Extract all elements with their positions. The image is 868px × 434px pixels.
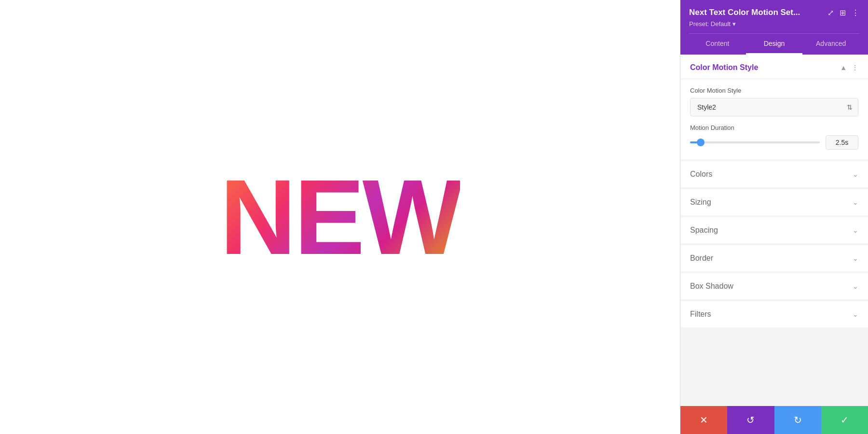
section-filters-header[interactable]: Filters ⌄: [680, 301, 868, 327]
panel-title: Next Text Color Motion Set...: [689, 8, 827, 17]
section-border: Border ⌄: [680, 245, 868, 271]
section-colors-header[interactable]: Colors ⌄: [680, 161, 868, 187]
duration-slider-thumb[interactable]: [697, 139, 705, 146]
colors-chevron-icon: ⌄: [853, 170, 858, 178]
section-border-header[interactable]: Border ⌄: [680, 245, 868, 271]
duration-slider-track: [690, 141, 820, 143]
panel-header-icons: ⤢ ⊞ ⋮: [827, 8, 859, 17]
spacing-chevron-icon: ⌄: [853, 226, 858, 234]
resize-icon[interactable]: ⤢: [827, 8, 834, 17]
panel-tabs: Content Design Advanced: [689, 33, 859, 55]
bottom-bar: ✕ ↺ ↻ ✓: [680, 406, 868, 434]
filters-chevron-icon: ⌄: [853, 310, 858, 318]
section-color-motion-style-title: Color Motion Style: [690, 63, 758, 72]
duration-slider-wrapper: [690, 138, 820, 147]
confirm-button[interactable]: ✓: [821, 406, 868, 434]
panel-body: Color Motion Style ▲ ⋮ Color Motion Styl…: [680, 55, 868, 406]
duration-field-label: Motion Duration: [690, 124, 858, 131]
section-filters-title: Filters: [690, 310, 711, 319]
section-color-motion-style-icons: ▲ ⋮: [840, 64, 858, 71]
border-chevron-icon: ⌄: [853, 254, 858, 262]
style-field-label: Color Motion Style: [690, 87, 858, 94]
section-border-title: Border: [690, 254, 713, 263]
style-select[interactable]: Style2 Style1 Style3: [690, 98, 858, 116]
layout-icon[interactable]: ⊞: [840, 8, 846, 17]
undo-button[interactable]: ↺: [727, 406, 774, 434]
slider-row: [690, 135, 858, 150]
section-filters: Filters ⌄: [680, 301, 868, 327]
section-spacing-title: Spacing: [690, 226, 718, 235]
tab-advanced[interactable]: Advanced: [802, 34, 859, 55]
section-box-shadow: Box Shadow ⌄: [680, 273, 868, 299]
tab-content[interactable]: Content: [689, 34, 746, 55]
settings-panel: Next Text Color Motion Set... ⤢ ⊞ ⋮ Pres…: [680, 0, 868, 434]
section-sizing: Sizing ⌄: [680, 189, 868, 215]
sizing-chevron-icon: ⌄: [853, 198, 858, 206]
section-box-shadow-title: Box Shadow: [690, 282, 733, 291]
tab-design[interactable]: Design: [746, 34, 803, 55]
section-colors: Colors ⌄: [680, 161, 868, 187]
canvas: NEW: [0, 0, 680, 434]
more-icon[interactable]: ⋮: [852, 8, 859, 17]
section-more-icon[interactable]: ⋮: [852, 64, 858, 71]
redo-button[interactable]: ↻: [774, 406, 821, 434]
section-box-shadow-header[interactable]: Box Shadow ⌄: [680, 273, 868, 299]
section-sizing-header[interactable]: Sizing ⌄: [680, 189, 868, 215]
section-color-motion-style-header[interactable]: Color Motion Style ▲ ⋮: [680, 55, 868, 79]
cancel-button[interactable]: ✕: [680, 406, 727, 434]
duration-input[interactable]: [826, 135, 858, 150]
section-spacing-header[interactable]: Spacing ⌄: [680, 217, 868, 243]
section-color-motion-style-body: Color Motion Style Style2 Style1 Style3 …: [680, 79, 868, 159]
section-color-motion-style: Color Motion Style ▲ ⋮ Color Motion Styl…: [680, 55, 868, 159]
section-up-icon[interactable]: ▲: [840, 64, 847, 71]
panel-header: Next Text Color Motion Set... ⤢ ⊞ ⋮ Pres…: [680, 0, 868, 55]
motion-duration-row: Motion Duration: [690, 124, 858, 150]
section-colors-title: Colors: [690, 170, 712, 179]
box-shadow-chevron-icon: ⌄: [853, 282, 858, 290]
canvas-text: NEW: [220, 164, 460, 270]
section-sizing-title: Sizing: [690, 198, 711, 207]
panel-preset[interactable]: Preset: Default ▾: [689, 20, 859, 28]
style-select-wrapper: Style2 Style1 Style3 ⇅: [690, 98, 858, 116]
section-spacing: Spacing ⌄: [680, 217, 868, 243]
